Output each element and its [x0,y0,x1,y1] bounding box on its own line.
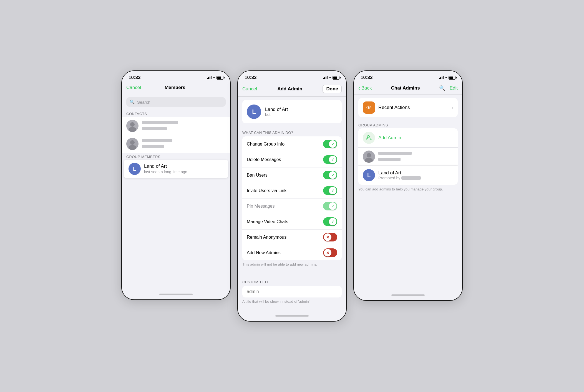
permissions-list: Change Group Info ✓ Delete Messages ✓ Ba… [242,136,342,260]
toggle-add-new-admins[interactable]: ✕ [323,248,337,257]
signal-icon-2 [323,76,328,79]
promoted-by-label: Promoted by [378,176,400,180]
toggle-pin-messages[interactable]: ✓ [323,202,337,210]
admin-profile-info: Land of Art bot [265,107,288,117]
contact-item-1[interactable] [122,117,230,135]
contact-sub-redacted-2 [142,145,164,148]
admin-current-user[interactable] [358,147,458,166]
status-bar-1: 10:33 ▾ [122,71,230,82]
battery-icon-1 [217,76,223,80]
land-of-art-avatar-2: L [247,105,261,119]
add-admin-label[interactable]: Add Admin [378,135,401,141]
admin-user-info [378,151,453,162]
land-of-art-row[interactable]: L Land of Art last seen a long time ago [124,160,228,178]
recent-actions-icon: 👁 [363,101,375,114]
admin-profile-card: L Land of Art bot [242,100,342,123]
perm-invite-link[interactable]: Invite Users via Link ✓ [242,183,342,198]
land-of-art-admin-info: Land of Art Promoted by [378,170,453,180]
back-button[interactable]: ‹ Back [358,85,372,91]
land-of-art-admin-row[interactable]: L Land of Art Promoted by [358,166,458,185]
perm-video-chats[interactable]: Manage Video Chats ✓ [242,214,342,230]
avatar-admin-user [363,151,375,163]
custom-title-input[interactable] [247,289,337,294]
wifi-icon-3: ▾ [445,76,447,80]
screen1-members: 10:33 ▾ Cancel Members 🔍 [122,71,230,299]
toggle-change-group-info[interactable]: ✓ [323,140,337,148]
perm-remain-anonymous[interactable]: Remain Anonymous ✕ [242,230,342,245]
contact-info-2 [142,138,226,149]
contact-item-2[interactable] [122,135,230,153]
status-icons-1: ▾ [207,76,224,80]
perm-label-change-group-info: Change Group Info [247,142,285,147]
land-of-art-info-1: Land of Art last seen a long time ago [144,164,223,174]
admin-user-name-redacted [378,152,412,155]
land-of-art-name-1: Land of Art [144,164,223,169]
toggle-video-chats[interactable]: ✓ [323,217,337,226]
edit-button[interactable]: Edit [450,85,458,91]
nav-bar-2: Cancel Add Admin Done [238,82,346,97]
group-members-header: GROUP MEMBERS [122,153,230,160]
perm-add-new-admins[interactable]: Add New Admins ✕ [242,245,342,260]
admin-list-container: Add Admin [358,128,458,185]
toggle-invite-link[interactable]: ✓ [323,186,337,195]
contact-name-redacted-2 [142,139,172,142]
perm-label-pin-messages: Pin Messages [247,204,275,209]
toggle-delete-messages[interactable]: ✓ [323,155,337,164]
search-placeholder-1: Search [137,100,150,105]
time-3: 10:33 [361,75,372,80]
check-icon: ✓ [331,220,334,224]
land-of-art-admin-highlight: L Land of Art Promoted by [358,166,458,185]
nav-actions: 🔍 Edit [439,85,458,91]
perm-label-video-chats: Manage Video Chats [247,219,288,224]
cancel-button-2[interactable]: Cancel [242,86,257,92]
status-bar-3: 10:33 ▾ [354,71,462,82]
recent-actions-label: Recent Actions [378,105,410,110]
search-icon-1: 🔍 [130,100,135,105]
time-2: 10:33 [245,75,256,80]
cancel-button-1[interactable]: Cancel [126,85,141,90]
add-admin-row[interactable]: Add Admin [358,128,458,147]
custom-title-helper: A title that will be shown instead of 'a… [238,297,346,307]
cross-icon: ✕ [326,251,329,255]
screen2-add-admin: 10:33 ▾ Cancel Add Admin Done L [238,71,346,321]
svg-point-1 [130,122,135,127]
svg-point-4 [130,140,135,145]
group-info-text: You can add admins to help you manage yo… [354,185,462,196]
land-of-art-avatar-3: L [363,169,375,181]
signal-icon-1 [207,76,212,79]
search-icon-3[interactable]: 🔍 [439,85,445,91]
group-admins-header: GROUP ADMINS [354,121,462,128]
wifi-icon-2: ▾ [329,76,331,80]
search-bar-1[interactable]: 🔍 Search [126,97,226,107]
admin-profile-name: Land of Art [265,107,288,112]
members-title: Members [165,85,185,90]
perm-pin-messages[interactable]: Pin Messages ✓ [242,198,342,214]
status-icons-3: ▾ [439,76,456,80]
custom-title-input-box[interactable] [242,286,342,297]
back-label[interactable]: Back [361,85,372,91]
check-icon: ✓ [331,157,334,162]
screen1-content: 🔍 Search CONTACTS [122,97,230,291]
screen2-content: L Land of Art bot WHAT CAN THIS ADMIN DO… [238,97,346,313]
promoted-by-name-redacted [401,176,421,180]
perm-label-invite-link: Invite Users via Link [247,188,286,193]
recent-actions-row[interactable]: 👁 Recent Actions › [358,98,458,117]
perm-ban-users[interactable]: Ban Users ✓ [242,167,342,183]
screen3-chat-admins: 10:33 ▾ ‹ Back Chat Admins [354,71,462,300]
toggle-remain-anonymous[interactable]: ✕ [323,233,337,241]
toggle-ban-users[interactable]: ✓ [323,171,337,179]
status-bar-2: 10:33 ▾ [238,71,346,82]
done-button[interactable]: Done [323,85,342,93]
perm-change-group-info[interactable]: Change Group Info ✓ [242,136,342,152]
screen3-content: 👁 Recent Actions › GROUP ADMINS [354,98,462,292]
perm-delete-messages[interactable]: Delete Messages ✓ [242,152,342,167]
nav-bar-1: Cancel Members [122,82,230,94]
perm-label-remain-anonymous: Remain Anonymous [247,235,286,240]
perm-label-delete-messages: Delete Messages [247,157,281,162]
perm-label-ban-users: Ban Users [247,173,268,178]
land-of-art-admin-name: Land of Art [378,170,453,176]
check-icon: ✓ [331,189,334,193]
contacts-header: CONTACTS [122,110,230,117]
time-1: 10:33 [129,75,140,80]
check-icon: ✓ [331,142,334,146]
